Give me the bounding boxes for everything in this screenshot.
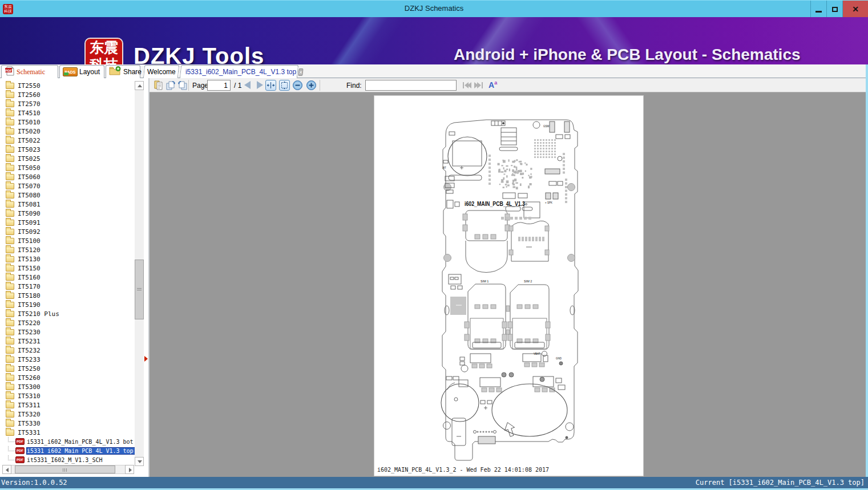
- rotate-left-icon[interactable]: [177, 80, 188, 91]
- tree-folder-it5090[interactable]: IT5090: [0, 209, 135, 218]
- tree-folder-it5231[interactable]: IT5231: [0, 337, 135, 346]
- tree-folder-it5180[interactable]: IT5180: [0, 291, 135, 300]
- tree-folder-it5100[interactable]: IT5100: [0, 236, 135, 245]
- tree-folder-it5080[interactable]: IT5080: [0, 191, 135, 200]
- tree-folder-it5050[interactable]: IT5050: [0, 163, 135, 172]
- scroll-up-button[interactable]: [135, 81, 144, 90]
- scroll-right-button[interactable]: [125, 465, 134, 474]
- tree-file-item[interactable]: PDFit5331_I602_M_V1.3_SCH: [0, 455, 135, 464]
- tree-folder-it5210-plus[interactable]: IT5210 Plus: [0, 309, 135, 318]
- horizontal-scroll-thumb[interactable]: [15, 465, 115, 473]
- tree-folder-label: IT5330: [18, 420, 41, 427]
- tab-welcome[interactable]: Welcome: [143, 65, 179, 78]
- maximize-button[interactable]: [826, 1, 842, 18]
- tree-folder-it5070[interactable]: IT5070: [0, 181, 135, 191]
- tree-folder-label: IT5260: [18, 374, 41, 382]
- find-previous-button[interactable]: [461, 80, 472, 91]
- tree-folder-label: IT5233: [18, 356, 41, 363]
- previous-page-button[interactable]: [244, 81, 251, 89]
- tree-folder-it5020[interactable]: IT5020: [0, 127, 135, 136]
- tree-file-item[interactable]: PDFi5331_i602_Main_PCB_4L_V1.3 bot: [0, 437, 135, 446]
- tree-folder-it2560[interactable]: IT2560: [0, 90, 135, 99]
- tree-folder-it5022[interactable]: IT5022: [0, 136, 135, 145]
- tree-folder-it5310[interactable]: IT5310: [0, 391, 135, 400]
- svg-text:PDF: PDF: [5, 69, 12, 72]
- document-viewport[interactable]: i602_MAIN_PCB_4L_V1.3 SIM 1 SIM 2 VBAT G…: [150, 92, 866, 477]
- find-input[interactable]: [365, 80, 457, 91]
- tree-folder-it5232[interactable]: IT5232: [0, 346, 135, 355]
- tree-folder-it5250[interactable]: IT5250: [0, 364, 135, 373]
- splitter-collapse-arrow[interactable]: [144, 356, 148, 362]
- tree-horizontal-scrollbar[interactable]: [2, 465, 134, 474]
- folder-icon: [6, 256, 14, 262]
- tree-folder-it5330[interactable]: IT5330: [0, 419, 135, 428]
- minimize-icon: [815, 11, 822, 13]
- tab-document[interactable]: i5331_i602_Main_PCB_4L_V1.3 top ×: [180, 65, 298, 78]
- copy-page-icon[interactable]: [153, 80, 164, 91]
- tree-folder-it5091[interactable]: IT5091: [0, 218, 135, 227]
- tree-vertical-scrollbar[interactable]: [135, 81, 144, 466]
- fit-page-button[interactable]: [279, 80, 290, 91]
- minimize-button[interactable]: [810, 1, 826, 18]
- zoom-in-button[interactable]: [306, 80, 317, 91]
- vertical-scroll-thumb[interactable]: [135, 260, 144, 319]
- tree-folder-it5230[interactable]: IT5230: [0, 327, 135, 337]
- tree-folder-it5320[interactable]: IT5320: [0, 410, 135, 419]
- tab-layout[interactable]: PADS Layout: [59, 65, 104, 78]
- tree-folder-it5233[interactable]: IT5233: [0, 355, 135, 364]
- scroll-left-button[interactable]: [2, 465, 11, 474]
- tree-folder-it5220[interactable]: IT5220: [0, 318, 135, 327]
- match-case-icon[interactable]: Aa: [488, 80, 497, 90]
- tree-folder-it5023[interactable]: IT5023: [0, 145, 135, 154]
- tab-close-icon[interactable]: ×: [298, 68, 303, 76]
- tree-folder-it5025[interactable]: IT5025: [0, 154, 135, 163]
- tree-folder-it5120[interactable]: IT5120: [0, 245, 135, 254]
- tree-folder-it5260[interactable]: IT5260: [0, 373, 135, 382]
- tree-folder-it5190[interactable]: IT5190: [0, 300, 135, 309]
- folder-icon: [6, 338, 14, 345]
- tree-folder-it2570[interactable]: IT2570: [0, 99, 135, 108]
- tree-folder-label: IT5231: [18, 338, 41, 345]
- tree-folder-label: IT5300: [18, 383, 41, 391]
- tree-folder-it5092[interactable]: IT5092: [0, 227, 135, 236]
- tree-folder-it5311[interactable]: IT5311: [0, 400, 135, 410]
- folder-icon: [6, 329, 14, 335]
- tab-share[interactable]: Share: [106, 65, 140, 78]
- pdf-file-icon: PDF: [15, 438, 25, 445]
- title-bar: 东震科技 DZKJ Schematics ✕: [0, 0, 868, 17]
- next-page-button[interactable]: [257, 81, 263, 89]
- tree-folder-label: IT5220: [18, 319, 41, 327]
- tree-folder-it5300[interactable]: IT5300: [0, 382, 135, 391]
- scroll-down-button[interactable]: [135, 457, 144, 466]
- folder-icon: [6, 137, 14, 144]
- folder-icon: [6, 201, 14, 208]
- thumb-grip-icon: [63, 468, 67, 472]
- tree-file-item[interactable]: PDFi5331_i602_Main_PCB_4L_V1.3 top: [0, 446, 135, 455]
- tree-folder-label: IT5070: [18, 183, 41, 190]
- pdf-page: i602_MAIN_PCB_4L_V1.3 SIM 1 SIM 2 VBAT G…: [374, 95, 644, 476]
- tree-folder-it5130[interactable]: IT5130: [0, 254, 135, 264]
- find-next-button[interactable]: [474, 80, 485, 91]
- tree-folder-it4510[interactable]: IT4510: [0, 108, 135, 118]
- tab-schematic[interactable]: PDF Schematic: [1, 65, 58, 78]
- close-button[interactable]: ✕: [842, 1, 868, 18]
- rotate-right-icon[interactable]: [165, 80, 176, 91]
- tree-folder-label: IT5230: [18, 329, 41, 336]
- tree-folder-it2550[interactable]: IT2550: [0, 81, 135, 90]
- page-number-input[interactable]: [207, 80, 231, 91]
- tree-folder-it5060[interactable]: IT5060: [0, 172, 135, 181]
- tree-folder-it5160[interactable]: IT5160: [0, 273, 135, 282]
- folder-icon: [6, 238, 14, 244]
- zoom-out-button[interactable]: [292, 80, 303, 91]
- tree-folder-label: IT5180: [18, 292, 41, 299]
- folder-icon: [6, 284, 14, 290]
- tree-folder-label: IT5320: [18, 411, 41, 418]
- tree-folder-it5331[interactable]: IT5331: [0, 428, 135, 437]
- folder-icon: [6, 247, 14, 253]
- tree-folder-it5010[interactable]: IT5010: [0, 118, 135, 127]
- tree-folder-it5150[interactable]: IT5150: [0, 264, 135, 273]
- folder-icon: [6, 402, 14, 408]
- tree-folder-it5081[interactable]: IT5081: [0, 200, 135, 209]
- fit-width-button[interactable]: [265, 80, 276, 91]
- tree-folder-it5170[interactable]: IT5170: [0, 282, 135, 291]
